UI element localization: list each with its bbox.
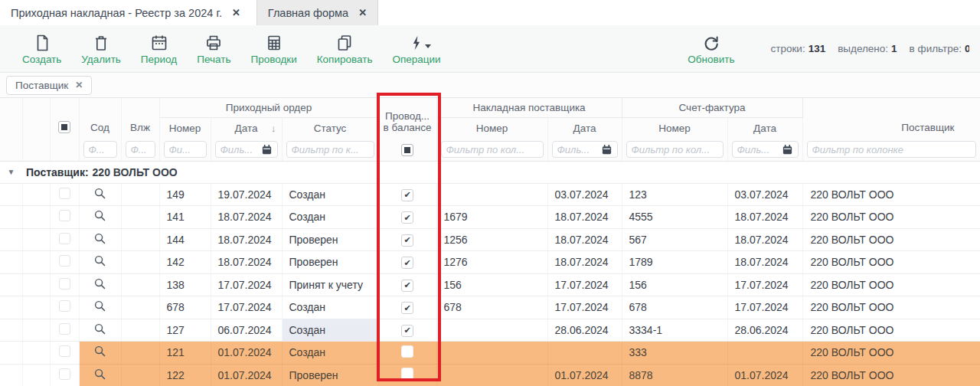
cell-factura-date[interactable]: 18.07.2024: [727, 228, 802, 251]
cell-order-number[interactable]: 144: [159, 228, 211, 251]
row-open-cell[interactable]: [79, 251, 121, 274]
column-header-sod[interactable]: Сод: [79, 98, 121, 139]
cell-invoice-number[interactable]: 1679: [436, 206, 547, 229]
cell-supplier[interactable]: 220 ВОЛЬТ ООО: [802, 319, 980, 342]
cell-order-number[interactable]: 141: [159, 206, 211, 229]
posted-checkbox[interactable]: [401, 345, 413, 358]
cell-factura-number[interactable]: 123: [622, 183, 727, 206]
cell-invoice-date[interactable]: 17.07.2024: [547, 273, 622, 296]
posted-checkbox[interactable]: ✔: [401, 302, 413, 314]
cell-factura-number[interactable]: 8878: [622, 364, 727, 386]
column-header-invoice-date[interactable]: Дата: [547, 117, 622, 139]
row-open-cell[interactable]: [79, 296, 121, 319]
posted-checkbox[interactable]: ✔: [401, 211, 413, 224]
row-select-cell[interactable]: [50, 273, 79, 296]
column-header-invoice-number[interactable]: Номер: [436, 117, 547, 139]
cell-factura-number[interactable]: 678: [622, 296, 727, 319]
filter-status[interactable]: [282, 139, 378, 161]
cell-status[interactable]: Создан: [282, 183, 378, 206]
cell-order-number[interactable]: 678: [159, 296, 211, 319]
cell-supplier[interactable]: 220 ВОЛЬТ ООО: [802, 183, 980, 206]
cell-invoice-number[interactable]: [436, 364, 547, 386]
tab-close-icon[interactable]: ✕: [358, 7, 367, 18]
filter-supplier[interactable]: [802, 139, 980, 161]
cell-status[interactable]: Проверен: [282, 251, 378, 274]
cell-invoice-date[interactable]: 01.07.2024: [547, 364, 622, 386]
row-open-cell[interactable]: [79, 228, 121, 251]
cell-order-date[interactable]: 17.07.2024: [211, 273, 282, 296]
cell-invoice-date[interactable]: 18.07.2024: [547, 251, 622, 274]
filter-posted[interactable]: [378, 139, 436, 161]
row-select-checkbox[interactable]: [59, 300, 70, 312]
cell-factura-date[interactable]: [727, 342, 802, 365]
cell-posted[interactable]: ✔: [378, 319, 436, 342]
row-open-cell[interactable]: [79, 364, 121, 386]
table-row[interactable]: 14418.07.2024Проверен✔125618.07.20245671…: [0, 228, 980, 251]
cell-invoice-date[interactable]: 03.07.2024: [547, 183, 622, 206]
cell-order-date[interactable]: 01.07.2024: [211, 364, 282, 386]
cell-posted[interactable]: ✔: [378, 251, 436, 274]
row-select-checkbox[interactable]: [59, 278, 70, 290]
cell-invoice-number[interactable]: 1276: [436, 251, 547, 274]
postings-button[interactable]: Проводки: [240, 29, 306, 68]
row-select-checkbox[interactable]: [59, 255, 70, 267]
posted-filter-checkbox[interactable]: [401, 144, 413, 156]
cell-status[interactable]: Создан: [282, 319, 378, 342]
table-row[interactable]: 67817.07.2024Создан✔67817.07.202467817.0…: [0, 296, 980, 319]
row-select-cell[interactable]: [50, 296, 79, 319]
row-select-checkbox[interactable]: [59, 368, 70, 380]
cell-supplier[interactable]: 220 ВОЛЬТ ООО: [802, 296, 980, 319]
posted-checkbox[interactable]: ✔: [401, 325, 413, 337]
table-row[interactable]: 12706.07.2024Создан✔28.06.20243334-128.0…: [0, 319, 980, 342]
posted-checkbox[interactable]: ✔: [401, 257, 413, 269]
cell-supplier[interactable]: 220 ВОЛЬТ ООО: [802, 342, 980, 365]
cell-supplier[interactable]: 220 ВОЛЬТ ООО: [802, 273, 980, 296]
row-select-checkbox[interactable]: [59, 188, 70, 199]
cell-invoice-date[interactable]: 17.07.2024: [547, 296, 622, 319]
table-row[interactable]: 14218.07.2024Проверен✔127618.07.20241789…: [0, 251, 980, 274]
cell-invoice-date[interactable]: 18.07.2024: [547, 228, 622, 251]
filter-invoice-number[interactable]: [436, 139, 547, 161]
cell-posted[interactable]: ✔: [378, 206, 436, 229]
cell-order-date[interactable]: 01.07.2024: [211, 342, 282, 365]
row-open-cell[interactable]: [79, 183, 121, 206]
operations-button[interactable]: Операции: [382, 29, 450, 68]
column-header-status[interactable]: Статус: [282, 117, 378, 139]
filter-invoice-date[interactable]: [547, 139, 622, 161]
cell-supplier[interactable]: 220 ВОЛЬТ ООО: [802, 364, 980, 386]
cell-factura-number[interactable]: 333: [622, 342, 727, 365]
cell-supplier[interactable]: 220 ВОЛЬТ ООО: [802, 228, 980, 251]
row-select-cell[interactable]: [50, 319, 79, 342]
cell-order-number[interactable]: 127: [159, 319, 211, 342]
row-select-checkbox[interactable]: [59, 233, 70, 244]
row-select-cell[interactable]: [50, 364, 79, 386]
filter-order-date[interactable]: [211, 139, 282, 161]
posted-checkbox[interactable]: [401, 368, 413, 380]
posted-checkbox[interactable]: ✔: [401, 280, 413, 292]
tab-close-icon[interactable]: ✕: [232, 7, 240, 18]
row-select-checkbox[interactable]: [59, 345, 70, 357]
cell-invoice-number[interactable]: 678: [436, 296, 547, 319]
table-row[interactable]: 12101.07.2024Создан333220 ВОЛЬТ ООО: [0, 342, 980, 365]
tab-invoice-registry[interactable]: Приходная накладная - Реестр за 2024 г. …: [0, 0, 251, 25]
column-header-order-date[interactable]: Дата↓: [211, 117, 282, 139]
cell-factura-number[interactable]: 156: [622, 273, 727, 296]
cell-invoice-date[interactable]: 18.07.2024: [547, 206, 622, 229]
cell-factura-date[interactable]: 17.07.2024: [727, 273, 802, 296]
column-header-posted[interactable]: Провод...в балансе: [378, 98, 436, 139]
cell-supplier[interactable]: 220 ВОЛЬТ ООО: [802, 251, 980, 274]
cell-order-date[interactable]: 18.07.2024: [211, 206, 282, 229]
cell-supplier[interactable]: 220 ВОЛЬТ ООО: [802, 206, 980, 229]
filter-factura-number[interactable]: [622, 139, 727, 161]
column-header-order-number[interactable]: Номер: [159, 117, 211, 139]
sort-desc-icon[interactable]: ↓: [271, 123, 276, 134]
print-button[interactable]: Печать: [187, 29, 240, 68]
cell-factura-date[interactable]: 28.06.2024: [727, 319, 802, 342]
delete-button[interactable]: Удалить: [71, 29, 131, 68]
column-header-factura-date[interactable]: Дата: [727, 117, 802, 139]
filter-order-number[interactable]: [159, 139, 211, 161]
cell-status[interactable]: Проверен: [282, 364, 378, 386]
cell-factura-date[interactable]: 17.07.2024: [727, 296, 802, 319]
select-all-checkbox[interactable]: [58, 121, 70, 133]
cell-factura-date[interactable]: 03.07.2024: [727, 183, 802, 206]
